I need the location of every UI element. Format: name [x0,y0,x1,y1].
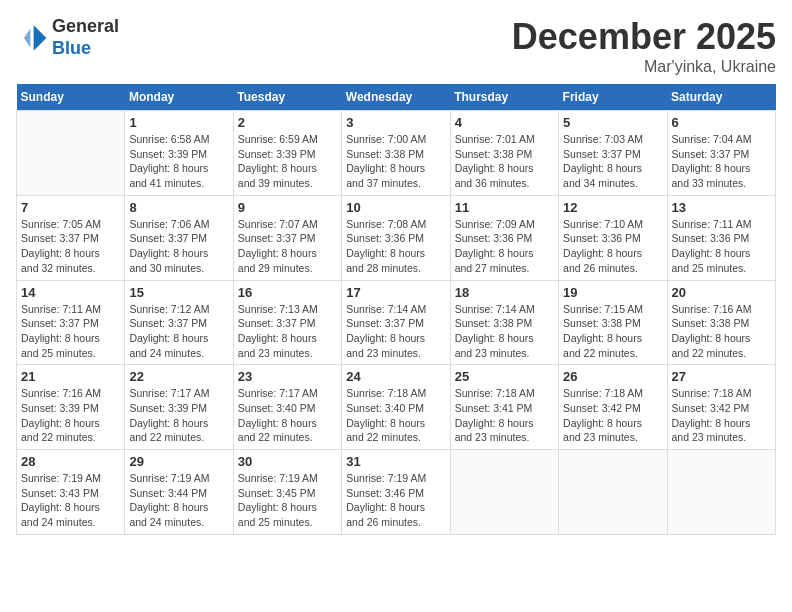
month-title: December 2025 [512,16,776,58]
calendar-cell: 25Sunrise: 7:18 AM Sunset: 3:41 PM Dayli… [450,365,558,450]
calendar-cell: 2Sunrise: 6:59 AM Sunset: 3:39 PM Daylig… [233,111,341,196]
calendar-cell: 17Sunrise: 7:14 AM Sunset: 3:37 PM Dayli… [342,280,450,365]
day-number: 11 [455,200,554,215]
day-info: Sunrise: 7:17 AM Sunset: 3:39 PM Dayligh… [129,386,228,445]
weekday-header-sunday: Sunday [17,84,125,111]
day-number: 28 [21,454,120,469]
calendar-cell: 3Sunrise: 7:00 AM Sunset: 3:38 PM Daylig… [342,111,450,196]
day-info: Sunrise: 7:15 AM Sunset: 3:38 PM Dayligh… [563,302,662,361]
calendar-cell: 4Sunrise: 7:01 AM Sunset: 3:38 PM Daylig… [450,111,558,196]
day-info: Sunrise: 7:19 AM Sunset: 3:46 PM Dayligh… [346,471,445,530]
calendar-cell [559,450,667,535]
day-info: Sunrise: 7:08 AM Sunset: 3:36 PM Dayligh… [346,217,445,276]
day-info: Sunrise: 7:11 AM Sunset: 3:37 PM Dayligh… [21,302,120,361]
day-number: 8 [129,200,228,215]
weekday-header-wednesday: Wednesday [342,84,450,111]
logo-blue: Blue [52,38,119,60]
week-row-2: 14Sunrise: 7:11 AM Sunset: 3:37 PM Dayli… [17,280,776,365]
calendar-cell: 28Sunrise: 7:19 AM Sunset: 3:43 PM Dayli… [17,450,125,535]
page-header: General Blue December 2025 Mar'yinka, Uk… [16,16,776,76]
calendar-cell: 27Sunrise: 7:18 AM Sunset: 3:42 PM Dayli… [667,365,775,450]
calendar-cell: 21Sunrise: 7:16 AM Sunset: 3:39 PM Dayli… [17,365,125,450]
day-number: 18 [455,285,554,300]
calendar-cell: 30Sunrise: 7:19 AM Sunset: 3:45 PM Dayli… [233,450,341,535]
day-info: Sunrise: 7:16 AM Sunset: 3:39 PM Dayligh… [21,386,120,445]
day-number: 25 [455,369,554,384]
day-info: Sunrise: 7:04 AM Sunset: 3:37 PM Dayligh… [672,132,771,191]
day-number: 21 [21,369,120,384]
calendar-cell: 7Sunrise: 7:05 AM Sunset: 3:37 PM Daylig… [17,195,125,280]
day-number: 6 [672,115,771,130]
calendar-cell: 14Sunrise: 7:11 AM Sunset: 3:37 PM Dayli… [17,280,125,365]
day-info: Sunrise: 7:06 AM Sunset: 3:37 PM Dayligh… [129,217,228,276]
day-info: Sunrise: 7:07 AM Sunset: 3:37 PM Dayligh… [238,217,337,276]
calendar-cell: 23Sunrise: 7:17 AM Sunset: 3:40 PM Dayli… [233,365,341,450]
weekday-header-row: SundayMondayTuesdayWednesdayThursdayFrid… [17,84,776,111]
calendar-cell [667,450,775,535]
day-info: Sunrise: 7:09 AM Sunset: 3:36 PM Dayligh… [455,217,554,276]
day-number: 30 [238,454,337,469]
day-number: 10 [346,200,445,215]
day-number: 4 [455,115,554,130]
day-info: Sunrise: 7:13 AM Sunset: 3:37 PM Dayligh… [238,302,337,361]
day-info: Sunrise: 7:17 AM Sunset: 3:40 PM Dayligh… [238,386,337,445]
calendar-cell: 18Sunrise: 7:14 AM Sunset: 3:38 PM Dayli… [450,280,558,365]
day-info: Sunrise: 6:59 AM Sunset: 3:39 PM Dayligh… [238,132,337,191]
day-number: 5 [563,115,662,130]
day-info: Sunrise: 7:18 AM Sunset: 3:40 PM Dayligh… [346,386,445,445]
day-number: 2 [238,115,337,130]
day-info: Sunrise: 7:14 AM Sunset: 3:38 PM Dayligh… [455,302,554,361]
title-block: December 2025 Mar'yinka, Ukraine [512,16,776,76]
calendar-cell: 9Sunrise: 7:07 AM Sunset: 3:37 PM Daylig… [233,195,341,280]
calendar-cell: 8Sunrise: 7:06 AM Sunset: 3:37 PM Daylig… [125,195,233,280]
location: Mar'yinka, Ukraine [512,58,776,76]
day-number: 27 [672,369,771,384]
calendar-cell: 11Sunrise: 7:09 AM Sunset: 3:36 PM Dayli… [450,195,558,280]
calendar-cell: 12Sunrise: 7:10 AM Sunset: 3:36 PM Dayli… [559,195,667,280]
week-row-4: 28Sunrise: 7:19 AM Sunset: 3:43 PM Dayli… [17,450,776,535]
calendar-cell [450,450,558,535]
day-info: Sunrise: 6:58 AM Sunset: 3:39 PM Dayligh… [129,132,228,191]
day-info: Sunrise: 7:18 AM Sunset: 3:42 PM Dayligh… [672,386,771,445]
calendar-cell: 31Sunrise: 7:19 AM Sunset: 3:46 PM Dayli… [342,450,450,535]
calendar-cell [17,111,125,196]
calendar-cell: 13Sunrise: 7:11 AM Sunset: 3:36 PM Dayli… [667,195,775,280]
day-info: Sunrise: 7:19 AM Sunset: 3:43 PM Dayligh… [21,471,120,530]
day-number: 1 [129,115,228,130]
day-number: 7 [21,200,120,215]
day-info: Sunrise: 7:14 AM Sunset: 3:37 PM Dayligh… [346,302,445,361]
day-info: Sunrise: 7:05 AM Sunset: 3:37 PM Dayligh… [21,217,120,276]
weekday-header-friday: Friday [559,84,667,111]
day-number: 19 [563,285,662,300]
day-number: 16 [238,285,337,300]
svg-marker-0 [34,25,47,51]
calendar-cell: 29Sunrise: 7:19 AM Sunset: 3:44 PM Dayli… [125,450,233,535]
calendar-table: SundayMondayTuesdayWednesdayThursdayFrid… [16,84,776,535]
calendar-cell: 19Sunrise: 7:15 AM Sunset: 3:38 PM Dayli… [559,280,667,365]
logo: General Blue [16,16,119,59]
calendar-cell: 16Sunrise: 7:13 AM Sunset: 3:37 PM Dayli… [233,280,341,365]
day-info: Sunrise: 7:11 AM Sunset: 3:36 PM Dayligh… [672,217,771,276]
day-info: Sunrise: 7:19 AM Sunset: 3:45 PM Dayligh… [238,471,337,530]
logo-text: General Blue [52,16,119,59]
weekday-header-saturday: Saturday [667,84,775,111]
day-number: 3 [346,115,445,130]
day-number: 13 [672,200,771,215]
day-number: 29 [129,454,228,469]
weekday-header-tuesday: Tuesday [233,84,341,111]
day-number: 31 [346,454,445,469]
calendar-cell: 5Sunrise: 7:03 AM Sunset: 3:37 PM Daylig… [559,111,667,196]
day-info: Sunrise: 7:00 AM Sunset: 3:38 PM Dayligh… [346,132,445,191]
calendar-cell: 10Sunrise: 7:08 AM Sunset: 3:36 PM Dayli… [342,195,450,280]
day-number: 15 [129,285,228,300]
day-info: Sunrise: 7:10 AM Sunset: 3:36 PM Dayligh… [563,217,662,276]
day-number: 23 [238,369,337,384]
calendar-cell: 22Sunrise: 7:17 AM Sunset: 3:39 PM Dayli… [125,365,233,450]
day-info: Sunrise: 7:01 AM Sunset: 3:38 PM Dayligh… [455,132,554,191]
calendar-cell: 20Sunrise: 7:16 AM Sunset: 3:38 PM Dayli… [667,280,775,365]
day-number: 24 [346,369,445,384]
day-number: 20 [672,285,771,300]
day-number: 17 [346,285,445,300]
calendar-cell: 1Sunrise: 6:58 AM Sunset: 3:39 PM Daylig… [125,111,233,196]
day-info: Sunrise: 7:03 AM Sunset: 3:37 PM Dayligh… [563,132,662,191]
